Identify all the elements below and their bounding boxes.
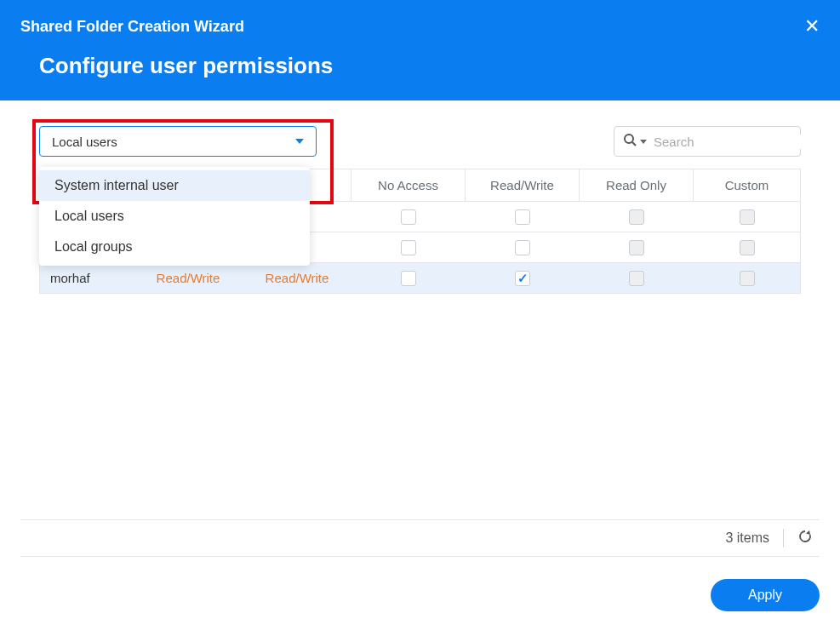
cell-effective: Read/Write: [157, 271, 220, 285]
checkbox[interactable]: [401, 271, 416, 286]
page-title: Configure user permissions: [0, 37, 840, 79]
items-count: 3 items: [725, 530, 769, 546]
status-bar: 3 items: [20, 519, 820, 557]
chevron-down-icon: [295, 139, 304, 144]
checkbox[interactable]: [515, 240, 530, 255]
search-icon: [623, 133, 637, 150]
dropdown-option-local-users[interactable]: Local users: [39, 201, 310, 232]
search-box[interactable]: [614, 126, 801, 157]
th-read-write[interactable]: Read/Write: [466, 169, 580, 201]
checkbox: [740, 240, 755, 255]
checkbox[interactable]: [515, 271, 530, 286]
search-input[interactable]: [654, 135, 815, 149]
checkbox: [740, 209, 755, 225]
svg-line-1: [632, 142, 636, 146]
checkbox[interactable]: [515, 209, 530, 225]
svg-point-0: [625, 135, 633, 143]
dropdown-option-local-groups[interactable]: Local groups: [39, 232, 310, 262]
checkbox: [629, 271, 644, 286]
checkbox: [629, 240, 644, 255]
th-custom[interactable]: Custom: [694, 169, 800, 201]
dropdown-value: Local users: [52, 135, 117, 149]
user-type-dropdown-menu: System internal user Local users Local g…: [39, 167, 310, 266]
th-no-access[interactable]: No Access: [351, 169, 466, 201]
dropdown-option-system-internal[interactable]: System internal user: [39, 170, 310, 201]
checkbox[interactable]: [401, 240, 416, 255]
wizard-header: Shared Folder Creation Wizard ✕ Configur…: [0, 0, 840, 100]
cell-group: Read/Write: [266, 271, 329, 285]
apply-button[interactable]: Apply: [711, 579, 820, 611]
divider: [783, 529, 784, 547]
wizard-title: Shared Folder Creation Wizard: [20, 18, 244, 36]
table-row[interactable]: morhafRead/WriteRead/Write: [40, 263, 800, 294]
action-bar: Apply: [711, 579, 820, 611]
th-read-only[interactable]: Read Only: [580, 169, 694, 201]
checkbox: [740, 271, 755, 286]
search-caret-icon: [640, 140, 647, 144]
cell-name: morhaf: [50, 271, 90, 285]
checkbox[interactable]: [401, 209, 416, 225]
close-icon[interactable]: ✕: [804, 15, 820, 37]
user-type-dropdown[interactable]: Local users: [39, 126, 317, 157]
refresh-icon[interactable]: [797, 529, 813, 548]
checkbox: [629, 209, 644, 225]
